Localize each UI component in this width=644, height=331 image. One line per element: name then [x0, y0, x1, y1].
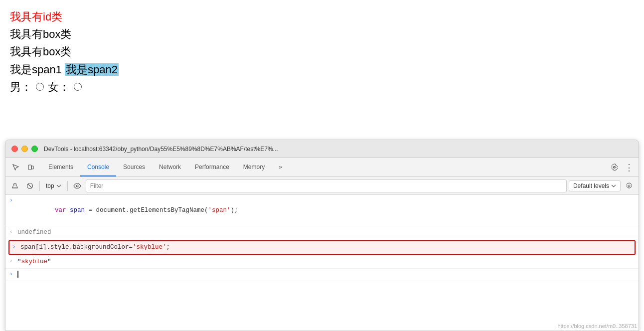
console-toolbar: top Default levels — [5, 177, 639, 195]
filter-input-wrap — [86, 179, 567, 192]
devtools-more-button[interactable]: ⋮ — [623, 161, 636, 174]
console-row-2: ‹ undefined — [5, 226, 639, 239]
tab-performance[interactable]: Performance — [188, 158, 236, 176]
console-prompt-cursor[interactable] — [17, 270, 635, 280]
traffic-lights — [11, 146, 38, 152]
device-toolbar-button[interactable] — [24, 161, 37, 174]
toolbar-separator-1 — [39, 181, 40, 191]
traffic-light-green[interactable] — [31, 146, 38, 152]
span2-text: 我是span2 — [65, 63, 119, 76]
console-row-1: › var span = document.getElementsByTagNa… — [5, 195, 639, 226]
radio-male[interactable] — [36, 83, 44, 91]
svg-point-5 — [628, 185, 630, 187]
devtools-titlebar: DevTools - localhost:63342/oby_python/Da… — [5, 140, 639, 158]
arrow-3: › — [12, 244, 17, 250]
clear-console-button[interactable] — [8, 179, 21, 192]
arrow-prompt: › — [9, 271, 14, 277]
console-text-4: "skyblue" — [17, 257, 635, 267]
page-line-2: 我具有box类 — [10, 25, 634, 43]
devtools-tabs: Elements Console Sources Network Perform… — [5, 158, 639, 177]
arrow-2: ‹ — [9, 229, 14, 235]
radio-female[interactable] — [74, 83, 82, 91]
filter-input[interactable] — [90, 182, 562, 189]
context-value: top — [46, 182, 54, 189]
eye-button[interactable] — [71, 179, 84, 192]
tab-more[interactable]: » — [272, 158, 289, 176]
console-gear-button[interactable] — [623, 179, 636, 192]
console-text-1: var span = document.getElementsByTagName… — [17, 196, 635, 224]
svg-rect-1 — [31, 166, 33, 169]
toolbar-separator-2 — [67, 181, 68, 191]
ban-button[interactable] — [23, 179, 36, 192]
tab-left-icons — [9, 158, 41, 176]
span1-text: 我是span1 — [10, 63, 65, 76]
tabs-right-actions: ⋮ — [608, 158, 639, 176]
devtools-window: DevTools - localhost:63342/oby_python/Da… — [5, 140, 639, 331]
console-row-highlighted: › span[1].style.backgroundColor='skyblue… — [8, 240, 636, 255]
tab-network[interactable]: Network — [152, 158, 188, 176]
default-levels-label: Default levels — [573, 182, 609, 189]
page-line-1: 我具有id类 — [10, 8, 634, 25]
devtools-settings-button[interactable] — [608, 161, 621, 174]
svg-line-3 — [28, 184, 32, 188]
tab-elements[interactable]: Elements — [41, 158, 80, 176]
inspect-element-button[interactable] — [9, 161, 22, 174]
page-line-5: 男：女： — [10, 78, 634, 96]
svg-rect-0 — [28, 165, 31, 169]
tab-memory[interactable]: Memory — [236, 158, 272, 176]
traffic-light-yellow[interactable] — [21, 146, 28, 152]
traffic-light-red[interactable] — [11, 146, 18, 152]
devtools-title: DevTools - localhost:63342/oby_python/Da… — [44, 146, 278, 153]
page-content: 我具有id类 我具有box类 我具有box类 我是span1 我是span2 男… — [0, 0, 644, 140]
watermark: https://blog.csdn.net/m0..358731 — [557, 323, 637, 329]
arrow-4: ‹ — [9, 258, 14, 264]
tab-sources[interactable]: Sources — [116, 158, 152, 176]
context-selector[interactable]: top — [43, 181, 64, 190]
arrow-1: › — [9, 197, 14, 203]
svg-point-4 — [76, 185, 78, 187]
console-text-3: span[1].style.backgroundColor='skyblue'; — [20, 243, 632, 252]
page-line-4: 我是span1 我是span2 — [10, 61, 634, 78]
default-levels-button[interactable]: Default levels — [569, 180, 621, 191]
tab-console[interactable]: Console — [80, 158, 116, 176]
console-text-2: undefined — [17, 228, 635, 237]
console-row-4: ‹ "skyblue" — [5, 256, 639, 269]
page-line-3: 我具有box类 — [10, 43, 634, 60]
console-row-prompt: › — [5, 269, 639, 282]
console-output: › var span = document.getElementsByTagNa… — [5, 195, 639, 331]
